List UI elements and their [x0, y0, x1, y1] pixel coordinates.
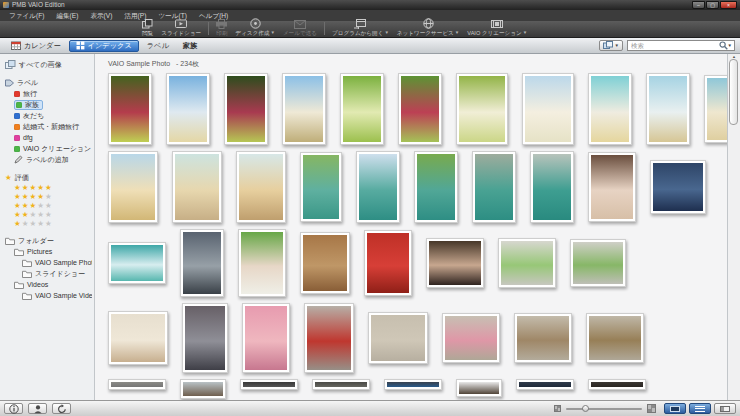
photo-thumbnail[interactable]: [588, 379, 646, 390]
menu-item-file[interactable]: ファイル(F): [3, 10, 50, 21]
photo-thumbnail[interactable]: [340, 73, 384, 145]
photo-thumbnail[interactable]: [356, 151, 400, 223]
toolbar-button-network-service[interactable]: ネットワークサービス▼: [393, 18, 463, 36]
status-button-rotate[interactable]: [52, 403, 71, 414]
maximize-button[interactable]: ▢: [706, 1, 719, 9]
toolbar-button-slideshow[interactable]: スライドショー: [157, 19, 205, 36]
rating-filter-5-stars[interactable]: ★★★★★: [5, 183, 92, 192]
menu-item-view[interactable]: 表示(V): [84, 10, 118, 21]
sidebar-label-dfg[interactable]: dfg: [5, 132, 92, 143]
menu-item-edit[interactable]: 編集(E): [50, 10, 84, 21]
slider-thumb[interactable]: [582, 405, 589, 412]
status-button-info[interactable]: [4, 403, 23, 414]
photo-thumbnail[interactable]: [240, 379, 298, 390]
rating-section-header[interactable]: ★ 評価: [5, 172, 92, 183]
photo-thumbnail[interactable]: [650, 160, 706, 214]
photo-thumbnail[interactable]: [180, 379, 226, 399]
sidebar-item-all-images[interactable]: すべての画像: [5, 59, 92, 70]
sidebar-label-family[interactable]: 家族: [5, 99, 92, 110]
toolbar-button-vaio-creation[interactable]: VAIO クリエーション▼: [463, 19, 531, 36]
close-button[interactable]: ×: [720, 1, 737, 9]
sidebar-folder-vaio-sample-video[interactable]: VAIO Sample Video: [5, 290, 92, 301]
photo-thumbnail[interactable]: [704, 75, 727, 143]
tab-family[interactable]: 家族: [177, 40, 203, 52]
photo-thumbnail[interactable]: [180, 229, 224, 297]
photo-thumbnail[interactable]: [304, 303, 354, 373]
media-filter-button[interactable]: ▼: [599, 40, 623, 51]
sidebar-label-travel[interactable]: 旅行: [5, 88, 92, 99]
sidebar-folder-videos[interactable]: Videos: [5, 279, 92, 290]
toolbar-button-view[interactable]: 閲覧: [138, 19, 157, 36]
photo-thumbnail[interactable]: [300, 232, 350, 294]
photo-thumbnail[interactable]: [570, 239, 626, 287]
sidebar-label-vaio-creation-movie[interactable]: VAIO クリエーション ムービー: [5, 143, 92, 154]
tab-label[interactable]: ラベル: [141, 40, 175, 52]
status-button-face[interactable]: [28, 403, 47, 414]
photo-thumbnail[interactable]: [364, 230, 412, 296]
photo-thumbnail[interactable]: [108, 311, 168, 365]
photo-thumbnail[interactable]: [282, 73, 326, 145]
view-button-thumbnail-view[interactable]: [664, 403, 686, 414]
rating-filter-4-stars[interactable]: ★★★★★: [5, 192, 92, 201]
photo-thumbnail[interactable]: [242, 303, 290, 373]
photo-thumbnail[interactable]: [522, 73, 574, 145]
view-button-split-view[interactable]: [714, 403, 736, 414]
photo-thumbnail[interactable]: [108, 73, 152, 145]
folders-section-header[interactable]: フォルダー: [5, 235, 92, 246]
photo-thumbnail[interactable]: [224, 73, 268, 145]
star-icon: ★: [45, 183, 52, 192]
photo-thumbnail[interactable]: [530, 151, 574, 223]
photo-thumbnail[interactable]: [646, 73, 690, 145]
photo-thumbnail[interactable]: [238, 229, 286, 297]
photo-thumbnail[interactable]: [368, 312, 428, 364]
photo-thumbnail[interactable]: [172, 151, 222, 223]
toolbar-button-create-disc[interactable]: ディスク作成▼: [231, 18, 279, 36]
photo-thumbnail[interactable]: [384, 379, 442, 390]
sidebar-label-add-label[interactable]: ラベルの追加: [5, 154, 92, 165]
photo-thumbnail[interactable]: [182, 303, 228, 373]
photo-thumbnail[interactable]: [236, 151, 286, 223]
photo-thumbnail[interactable]: [108, 379, 166, 390]
photo-thumbnail[interactable]: [442, 313, 500, 363]
photo-thumbnail[interactable]: [456, 379, 502, 397]
toolbar-button-open-with-program[interactable]: プログラムから開く▼: [328, 19, 393, 36]
search-icon[interactable]: [719, 41, 728, 50]
photo-thumbnail[interactable]: [472, 151, 516, 223]
sidebar-folder-slideshow-folder[interactable]: スライドショー: [5, 268, 92, 279]
scrollbar-thumb[interactable]: [729, 59, 738, 125]
photo-thumbnail[interactable]: [588, 152, 636, 222]
minimize-button[interactable]: –: [692, 1, 705, 9]
thumbnail-size-slider[interactable]: [566, 408, 642, 410]
photo-thumbnail[interactable]: [398, 73, 442, 145]
search-options-arrow-icon[interactable]: ▼: [728, 43, 732, 48]
tab-index[interactable]: インデックス: [69, 40, 139, 52]
rating-filter-3-stars[interactable]: ★★★★★: [5, 201, 92, 210]
tab-calendar[interactable]: カレンダー: [5, 40, 67, 52]
search-input[interactable]: [631, 42, 719, 49]
sidebar-folder-vaio-sample-photo[interactable]: VAIO Sample Photo: [5, 257, 92, 268]
star-icon: ★: [14, 219, 21, 228]
vertical-scrollbar[interactable]: ▲: [727, 54, 740, 400]
labels-section-header[interactable]: ラベル: [5, 77, 92, 88]
photo-thumbnail[interactable]: [516, 379, 574, 390]
photo-thumbnail[interactable]: [108, 151, 158, 223]
photo-thumbnail[interactable]: [312, 379, 370, 390]
photo-thumbnail[interactable]: [414, 151, 458, 223]
zoom-in-grid-icon[interactable]: [648, 405, 655, 412]
zoom-out-grid-icon[interactable]: [555, 406, 560, 411]
photo-thumbnail[interactable]: [300, 152, 342, 222]
sidebar-folder-pictures[interactable]: Pictures: [5, 246, 92, 257]
sidebar-label-friends[interactable]: 友だち: [5, 110, 92, 121]
photo-thumbnail[interactable]: [426, 238, 484, 288]
sidebar-label-wedding-honeymoon[interactable]: 結婚式・新婚旅行: [5, 121, 92, 132]
photo-thumbnail[interactable]: [514, 313, 572, 363]
view-button-list-view[interactable]: [689, 403, 711, 414]
photo-thumbnail[interactable]: [166, 73, 210, 145]
photo-thumbnail[interactable]: [108, 242, 166, 284]
rating-filter-2-stars[interactable]: ★★★★★: [5, 210, 92, 219]
photo-thumbnail[interactable]: [588, 73, 632, 145]
photo-thumbnail[interactable]: [456, 73, 508, 145]
photo-thumbnail[interactable]: [498, 238, 556, 288]
photo-thumbnail[interactable]: [586, 313, 644, 363]
rating-filter-1-stars[interactable]: ★★★★★: [5, 219, 92, 228]
